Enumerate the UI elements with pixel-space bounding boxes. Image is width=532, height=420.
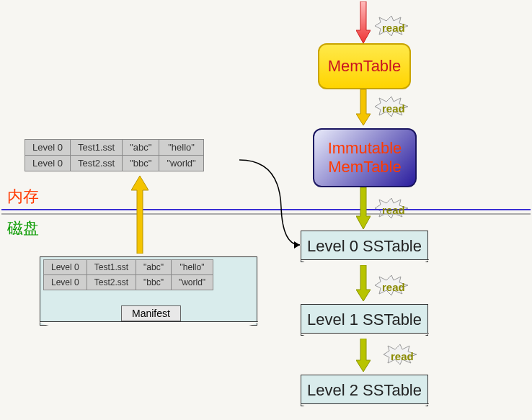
sstable-level0: Level 0 SSTable [301, 231, 428, 262]
memory-label: 内存 [7, 186, 39, 207]
arrow-l1-to-l2 [356, 339, 371, 372]
memtable-box: MemTable [318, 43, 411, 89]
read-label-5: read [391, 350, 414, 362]
manifest-memory-table: Level 0Test1.sst"abc""hello" Level 0Test… [25, 139, 204, 171]
sstable-level2: Level 2 SSTable [301, 375, 428, 406]
arrow-manifest-to-memory [131, 176, 148, 254]
immutable-memtable-box: ImmutableMemTable [313, 128, 417, 187]
sstable-level1: Level 1 SSTable [301, 304, 428, 336]
disk-label: 磁盘 [7, 218, 39, 239]
read-label-3: read [382, 204, 405, 216]
arrow-to-memtable [356, 1, 371, 43]
arrow-l0-to-l1 [356, 265, 371, 301]
read-label-1: read [382, 22, 405, 34]
manifest-disk-table: Level 0Test1.sst"abc""hello" Level 0Test… [43, 259, 213, 290]
arrow-memtable-to-immutable [356, 89, 371, 125]
arrow-immutable-to-l0 [356, 187, 371, 229]
arrow-memory-to-l0 [236, 157, 309, 251]
read-label-2: read [382, 102, 405, 115]
read-label-4: read [382, 281, 405, 293]
manifest-label: Manifest [121, 305, 181, 321]
